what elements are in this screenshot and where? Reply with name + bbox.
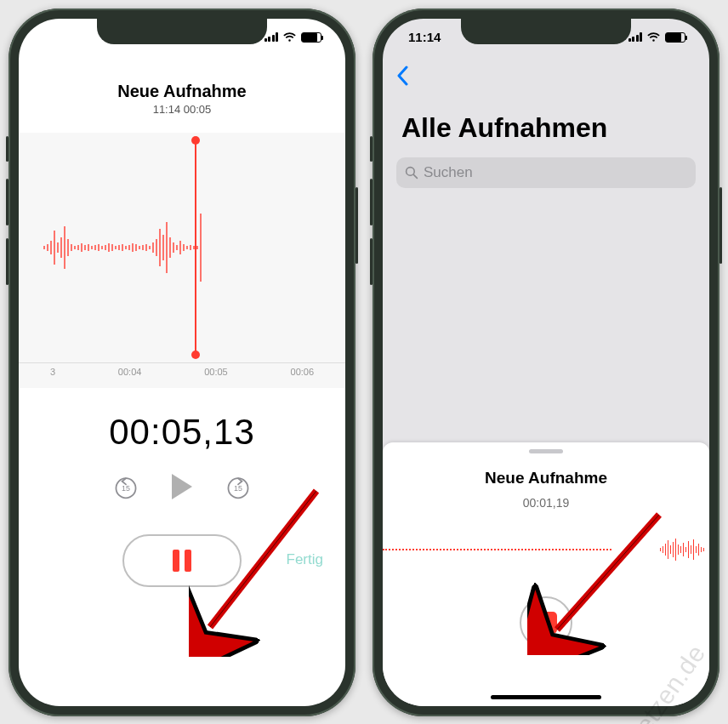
back-button[interactable] <box>396 65 408 92</box>
phone-left: Neue Aufnahme 11:14 00:05 <box>9 9 355 716</box>
cellular-icon <box>628 32 643 42</box>
pause-button[interactable] <box>122 534 242 587</box>
sheet-grabber[interactable] <box>529 449 563 453</box>
search-placeholder: Suchen <box>424 164 473 181</box>
play-button[interactable] <box>172 474 192 499</box>
screen-recordings-list: 11:14 Alle Aufnahmen Suchen Neue Aufnahm… <box>383 19 709 706</box>
tick: 00:06 <box>291 367 315 377</box>
skip-fwd-label: 15 <box>234 484 242 493</box>
pause-icon <box>173 550 191 572</box>
skip-back-label: 15 <box>122 484 130 493</box>
waveform-icon <box>19 205 345 290</box>
search-input[interactable]: Suchen <box>396 157 696 188</box>
svg-point-51 <box>407 167 415 175</box>
elapsed-counter: 00:05,13 <box>19 412 345 453</box>
sheet-recording-title: Neue Aufnahme <box>485 469 607 487</box>
done-button[interactable]: Fertig <box>287 551 323 568</box>
recording-bottom-sheet[interactable]: Neue Aufnahme 00:01,19 <box>383 442 709 706</box>
recording-title: Neue Aufnahme <box>19 82 345 101</box>
wifi-icon <box>282 32 297 43</box>
tick: 00:05 <box>204 367 228 377</box>
battery-icon <box>665 32 685 43</box>
wifi-icon <box>646 32 661 43</box>
svg-line-52 <box>413 174 417 178</box>
home-indicator[interactable] <box>491 695 601 699</box>
status-time: 11:14 <box>408 30 459 44</box>
phone-right: 11:14 Alle Aufnahmen Suchen Neue Aufnahm… <box>373 9 719 716</box>
waveform-area[interactable]: 3 00:04 00:05 00:06 <box>19 133 345 388</box>
playhead[interactable] <box>195 140 196 356</box>
tick: 00:04 <box>118 367 142 377</box>
chevron-left-icon <box>396 66 408 86</box>
tick: 3 <box>50 367 55 377</box>
notch <box>461 19 631 44</box>
notch <box>97 19 267 44</box>
battery-icon <box>301 32 321 43</box>
screen-recording-detail: Neue Aufnahme 11:14 00:05 <box>19 19 345 706</box>
sheet-elapsed: 00:01,19 <box>523 496 570 510</box>
cellular-icon <box>264 32 279 42</box>
timeline-ruler: 3 00:04 00:05 00:06 <box>19 362 345 388</box>
mini-waveform <box>383 528 709 571</box>
page-title: Alle Aufnahmen <box>383 87 709 152</box>
stop-button[interactable] <box>520 596 572 649</box>
skip-back-button[interactable]: 15 <box>112 473 139 500</box>
stop-icon <box>535 612 557 634</box>
skip-forward-button[interactable]: 15 <box>225 473 252 500</box>
search-icon <box>405 166 418 180</box>
recording-subtitle: 11:14 00:05 <box>19 103 345 116</box>
